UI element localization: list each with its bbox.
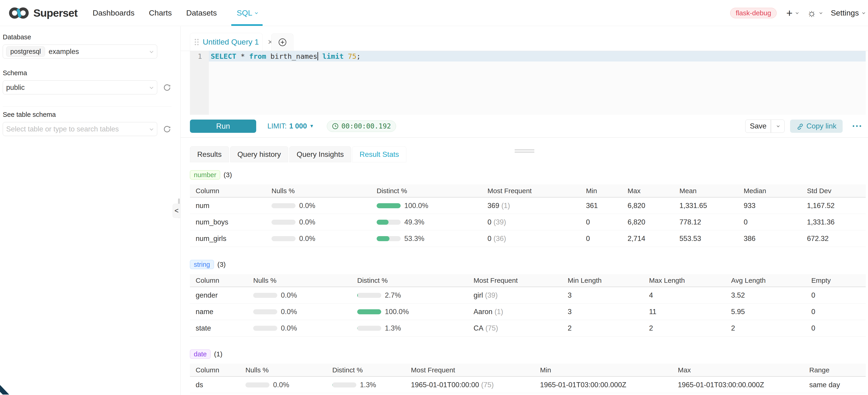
cell-value: 553.53 — [679, 235, 701, 243]
column-header-median: Median — [744, 184, 807, 197]
percent-label: 0.0% — [299, 218, 315, 226]
stats-content: number(3)ColumnNulls %Distinct %Most Fre… — [181, 170, 868, 393]
elapsed-timer: 00:00:00.192 — [327, 120, 396, 132]
superset-brand[interactable]: Superset — [8, 6, 78, 20]
progress-bar — [253, 309, 277, 314]
limit-dropdown[interactable]: LIMIT: 1 000 ▼ — [268, 122, 314, 130]
collapse-sidebar-button[interactable]: < — [173, 204, 180, 218]
cell-min-length: 2 — [568, 320, 649, 336]
percent-label: 0.0% — [273, 381, 289, 389]
column-header-empty: Empty — [811, 274, 866, 287]
tab-results[interactable]: Results — [190, 146, 229, 162]
copy-link-button[interactable]: Copy link — [790, 120, 843, 133]
chevron-down-icon — [150, 49, 153, 53]
progress-bar — [357, 309, 381, 314]
refresh-schemas-icon[interactable] — [163, 84, 171, 91]
save-options-button[interactable] — [771, 120, 784, 133]
cell-mean: 1,331.65 — [679, 198, 744, 214]
sql-editor[interactable]: 1 SELECT * from birth_names limit 75; — [190, 51, 866, 115]
frequent-value: Aaron — [473, 308, 493, 316]
cell-nulls: 0.0% — [272, 214, 377, 230]
settings-menu[interactable]: Settings — [831, 8, 864, 18]
cell-max: 6,820 — [627, 198, 679, 214]
theme-switcher[interactable]: ☼ — [807, 8, 822, 18]
sql-table-name: birth_names — [266, 52, 317, 60]
refresh-tables-icon[interactable] — [163, 125, 171, 133]
editor-code-area[interactable]: SELECT * from birth_names limit 75; — [209, 51, 866, 115]
sqllab-sidebar: Database postgresql examples Schema publ… — [0, 26, 181, 395]
cell-empty: 0 — [811, 287, 866, 303]
copy-link-label: Copy link — [806, 122, 836, 130]
section-header: string(3) — [190, 260, 866, 269]
superset-logo-icon — [8, 6, 30, 20]
pane-resize-handle[interactable] — [515, 149, 534, 154]
chevron-down-icon — [796, 11, 799, 14]
column-header-distinct: Distinct % — [357, 274, 473, 287]
plus-icon: + — [786, 7, 792, 18]
cell-column: name — [190, 304, 253, 320]
frequent-value: CA — [473, 324, 484, 332]
cell-value: 3 — [568, 291, 571, 299]
cell-max: 1965-01-01T03:00:00.000Z — [678, 377, 809, 393]
nav-item-datasets[interactable]: Datasets — [186, 8, 217, 18]
nav-item-charts[interactable]: Charts — [149, 8, 172, 18]
stats-section-number: number(3)ColumnNulls %Distinct %Most Fre… — [190, 170, 866, 247]
frequent-count: (39) — [485, 291, 498, 299]
run-button[interactable]: Run — [190, 120, 256, 133]
table-search-input[interactable] — [6, 125, 144, 133]
number-type-badge: number — [190, 170, 220, 179]
cell-value: state — [196, 324, 211, 332]
column-header-nulls: Nulls % — [245, 364, 332, 376]
tab-result-stats[interactable]: Result Stats — [352, 146, 406, 162]
cell-median: 933 — [744, 198, 807, 214]
caret-down-icon: ▼ — [309, 123, 314, 129]
cell-value: 361 — [586, 202, 598, 210]
percent-label: 1.3% — [360, 381, 376, 389]
new-item-menu[interactable]: + — [786, 7, 798, 18]
plus-circle-icon — [278, 38, 287, 47]
cell-value: 1965-01-01T03:00:00.000Z — [678, 381, 764, 389]
cell-mean: 553.53 — [679, 231, 744, 247]
drag-handle-icon[interactable] — [195, 39, 198, 45]
cell-value: 2,714 — [627, 235, 645, 243]
active-nav-underline — [231, 24, 262, 26]
cell-value: 672.32 — [807, 235, 829, 243]
query-tab[interactable]: Untitled Query 1 ✕ — [190, 33, 262, 51]
tab-query-history[interactable]: Query history — [230, 146, 288, 162]
cell-nulls: 0.0% — [253, 287, 357, 303]
database-select[interactable]: postgresql examples — [3, 44, 157, 59]
percent-label: 100.0% — [385, 308, 409, 316]
nav-item-dashboards[interactable]: Dashboards — [93, 8, 134, 18]
table-schema-label: See table schema — [3, 111, 180, 118]
cell-max: 2,714 — [627, 231, 679, 247]
column-header-min-length: Min Length — [568, 274, 649, 287]
tab-query-insights[interactable]: Query Insights — [289, 146, 351, 162]
progress-bar — [272, 220, 296, 225]
stats-table-number: ColumnNulls %Distinct %Most FrequentMinM… — [190, 184, 866, 247]
new-query-tab-button[interactable] — [271, 33, 293, 51]
section-header: number(3) — [190, 170, 866, 179]
cell-median: 0 — [744, 214, 807, 230]
schema-select[interactable]: public — [3, 81, 157, 94]
cell-min-length: 3 — [568, 287, 649, 303]
mouse-cursor — [0, 385, 9, 395]
save-button[interactable]: Save — [745, 120, 771, 133]
table-row: ds0.0%1.3%1965-01-01T00:00:00(75)1965-01… — [190, 377, 866, 393]
nav-sql-label: SQL — [237, 8, 252, 18]
cell-nulls: 0.0% — [253, 304, 357, 320]
cell-nulls: 0.0% — [253, 320, 357, 336]
cell-value: ds — [196, 381, 203, 389]
schema-value: public — [6, 84, 25, 92]
column-header-distinct: Distinct % — [332, 364, 411, 376]
cell-value: num — [196, 202, 209, 210]
nav-item-sql[interactable]: SQL — [231, 0, 262, 26]
column-header-min: Min — [540, 364, 678, 376]
chevron-down-icon — [777, 124, 780, 127]
table-select[interactable] — [3, 122, 157, 136]
frequent-value: 0 — [488, 218, 491, 226]
table-row: gender0.0%2.7%girl(39)343.520 — [190, 287, 866, 304]
more-actions-button[interactable] — [853, 125, 861, 127]
sidebar-divider — [3, 106, 172, 107]
cell-range: same day — [809, 377, 866, 393]
string-type-badge: string — [190, 260, 214, 269]
